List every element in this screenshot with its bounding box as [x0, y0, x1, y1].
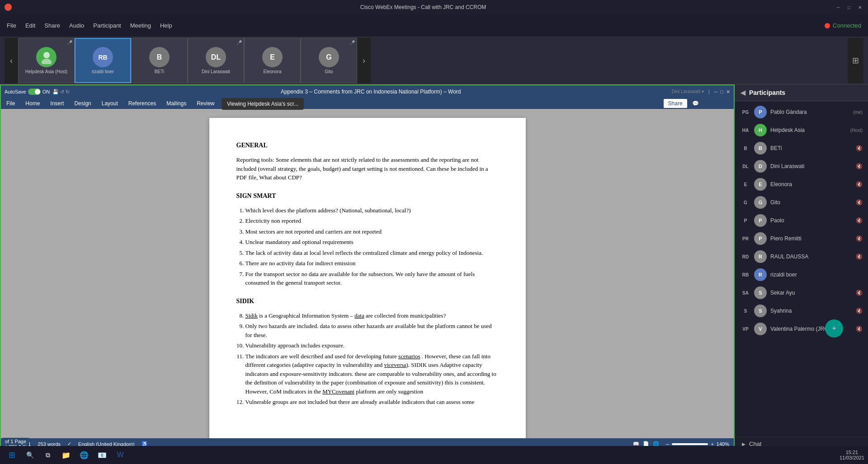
ribbon-insert[interactable]: Insert: [48, 99, 66, 108]
participant-mic-dl: 🔇: [856, 163, 863, 169]
participant-initials-p: P: [741, 216, 750, 225]
page-counter-text: of 1 Page: [5, 439, 26, 444]
panel-collapse-icon[interactable]: ◀: [741, 89, 745, 96]
ribbon-mailings[interactable]: Mailings: [165, 99, 188, 108]
zoom-slider[interactable]: [672, 443, 708, 445]
participant-initials-rd: RD: [741, 252, 750, 262]
participant-item-rd[interactable]: RD R RAUL DAUSSA 🔇: [735, 248, 868, 266]
participant-initials-pg: PG: [741, 107, 750, 117]
participant-mic-rd: 🔇: [856, 253, 863, 260]
participant-tile-rb[interactable]: RB rizaldi boer: [75, 38, 131, 83]
participant-mic-g: 🔇: [856, 199, 863, 206]
participant-initials-dl: DL: [741, 161, 750, 171]
viceversa-link[interactable]: viceversa: [384, 361, 406, 368]
maximize-button[interactable]: □: [845, 4, 853, 11]
participant-name-dl: Dini Laraswati: [202, 69, 230, 74]
menu-edit[interactable]: Edit: [25, 22, 35, 29]
participant-badge-ha: (Host): [850, 128, 863, 133]
participant-tile-e[interactable]: E Eleonora: [244, 38, 301, 83]
tooltip: Viewing Helpdesk Asia's scr...: [222, 98, 304, 110]
document-canvas[interactable]: GENERAL Reporting tools: Some elements t…: [1, 109, 734, 438]
menu-file[interactable]: File: [7, 22, 16, 29]
window-controls: ─ □ ✕: [835, 4, 863, 11]
sign-smart-list: Which level does the platform address? (…: [245, 206, 499, 287]
participant-name-g: Gito: [770, 199, 852, 206]
participant-item-pr[interactable]: PR P Piero Remitti 🔇: [735, 230, 868, 248]
edge-icon[interactable]: 🌐: [76, 447, 92, 463]
start-button[interactable]: ⊞: [4, 447, 20, 463]
ribbon-review[interactable]: Review: [195, 99, 216, 108]
screen-share-button[interactable]: ⊞: [848, 38, 863, 83]
section-general-heading: GENERAL: [236, 141, 499, 150]
window-title: Cisco WebEx Meetings - Call with JRC and…: [12, 4, 835, 10]
participant-avatar-s: S: [754, 305, 767, 317]
autosave-toggle[interactable]: AutoSave ON: [5, 89, 50, 95]
participant-item-vp[interactable]: VP V Valentina Palermo (JRC) 🔇: [735, 320, 868, 338]
share-button[interactable]: Share: [663, 98, 688, 108]
participant-tile-ha[interactable]: Helpdesk Asia (Host) 🎤: [18, 38, 75, 83]
participant-item-dl[interactable]: DL D Dini Laraswati 🔇: [735, 157, 868, 175]
participant-name-g: Gito: [325, 69, 333, 74]
autosave-toggle-switch[interactable]: [28, 89, 41, 95]
list-item: Unclear mandatory and optional requireme…: [245, 238, 499, 247]
ribbon-design[interactable]: Design: [72, 99, 93, 108]
app-icon: [5, 4, 12, 11]
ribbon-layout[interactable]: Layout: [100, 99, 120, 108]
participant-initials-ha: HA: [741, 125, 750, 135]
participant-item-sa[interactable]: SA S Sekar Ayu 🔇: [735, 284, 868, 302]
participant-tile-b[interactable]: B BETi: [131, 38, 188, 83]
menu-meeting[interactable]: Meeting: [130, 22, 151, 29]
close-button[interactable]: ✕: [856, 4, 863, 11]
avatar-rb: RB: [93, 47, 113, 67]
task-view-button[interactable]: ⧉: [40, 447, 56, 463]
search-taskbar[interactable]: 🔍: [22, 447, 38, 463]
participant-item-b[interactable]: B B BETi 🔇: [735, 139, 868, 157]
participant-item-p[interactable]: P P Paolo 🔇: [735, 211, 868, 230]
participant-name-b: BETi: [770, 145, 852, 151]
participant-avatar-vp: V: [754, 323, 767, 335]
next-participant-arrow[interactable]: ›: [357, 38, 371, 83]
menu-share[interactable]: Share: [44, 22, 60, 29]
participant-item-g[interactable]: G G Gito 🔇: [735, 193, 868, 211]
autosave-on: ON: [42, 89, 50, 94]
participant-item-s[interactable]: S S Syahrina 🔇: [735, 302, 868, 320]
date-display: 11/03/2021: [840, 455, 864, 460]
word-taskbar-icon[interactable]: W: [112, 447, 128, 463]
toggle-dot: [35, 89, 40, 94]
list-item: Vulnerability approach includes exposure…: [245, 341, 499, 350]
participant-mic-b: 🔇: [856, 145, 863, 151]
scenarios-link[interactable]: scenarios: [398, 353, 420, 360]
menu-participant[interactable]: Participant: [93, 22, 121, 29]
ribbon-references[interactable]: References: [127, 99, 158, 108]
sidik-link[interactable]: Sidik: [245, 312, 258, 319]
ribbon-file[interactable]: File: [5, 99, 17, 108]
data-link[interactable]: data: [354, 312, 364, 319]
recording-indicator: [825, 23, 830, 28]
ribbon-home[interactable]: Home: [24, 99, 42, 108]
participant-avatar-b: B: [754, 142, 767, 155]
mycovenant-link[interactable]: MYCovenant: [322, 388, 354, 395]
word-minimize[interactable]: ─: [714, 89, 718, 95]
file-explorer-icon[interactable]: 📁: [58, 447, 74, 463]
menu-audio[interactable]: Audio: [69, 22, 84, 29]
menu-help[interactable]: Help: [160, 22, 172, 29]
section-signsmart-heading: SIGN SMART: [236, 191, 499, 201]
participant-tile-g[interactable]: G Gito 🎤: [301, 38, 357, 83]
word-ribbon-toggle[interactable]: □: [720, 89, 723, 95]
list-item: Sidik is a Geographical Information Syst…: [245, 311, 499, 320]
avatar-dl: DL: [206, 47, 226, 67]
participant-item-e[interactable]: E E Eleonora 🔇: [735, 175, 868, 193]
participant-tile-dl[interactable]: DL Dini Laraswati 🎤: [188, 38, 244, 83]
svg-point-1: [42, 59, 52, 64]
participant-avatar-pr: P: [754, 232, 767, 245]
comments-button[interactable]: 💬 Comments: [692, 100, 730, 107]
word-ribbon: File Home Insert Design Layout Reference…: [1, 98, 734, 109]
prev-participant-arrow[interactable]: ‹: [5, 38, 18, 83]
participant-item-ha[interactable]: HA H Helpdesk Asia (Host): [735, 121, 868, 139]
participant-initials-rb: RB: [741, 270, 750, 280]
participant-item-rb[interactable]: RB R rizaldi boer: [735, 266, 868, 284]
outlook-icon[interactable]: 📧: [94, 447, 110, 463]
word-maximize[interactable]: ✕: [726, 89, 730, 95]
participant-item-pg[interactable]: PG P Pablo Gàndara (me): [735, 103, 868, 121]
minimize-button[interactable]: ─: [835, 4, 842, 11]
